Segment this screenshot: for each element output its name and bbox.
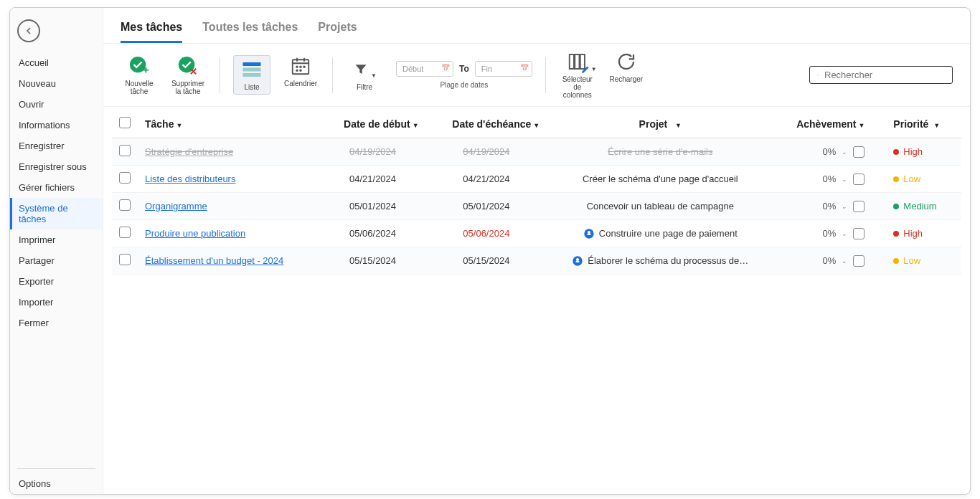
priority-cell: Medium bbox=[879, 201, 954, 212]
sidebar-item-12[interactable]: Fermer bbox=[10, 313, 103, 333]
completion-cell[interactable]: 0%⌄ bbox=[781, 174, 864, 185]
sidebar-item-2[interactable]: Ouvrir bbox=[10, 94, 103, 115]
sidebar-item-7[interactable]: Système de tâches bbox=[10, 198, 103, 229]
start-date: 04/19/2024 bbox=[320, 138, 426, 166]
reload-button[interactable]: Recharger bbox=[608, 51, 645, 83]
due-date: 05/01/2024 bbox=[426, 193, 547, 220]
start-date: 04/21/2024 bbox=[320, 166, 426, 193]
row-checkbox[interactable] bbox=[119, 254, 131, 265]
sidebar-item-10[interactable]: Exporter bbox=[10, 271, 103, 292]
calendar-view-button[interactable]: Calendrier bbox=[282, 55, 319, 87]
col-priority[interactable]: Priorité ▼ bbox=[872, 107, 961, 138]
sidebar-item-0[interactable]: Accueil bbox=[10, 52, 103, 73]
task-link[interactable]: Établissement d'un budget - 2024 bbox=[145, 255, 283, 266]
due-date: 04/19/2024 bbox=[426, 138, 547, 166]
project-cell: Construire une page de paiement bbox=[554, 228, 766, 239]
column-selector-button[interactable]: ▼ Sélecteur de colonnes bbox=[559, 51, 596, 99]
chevron-down-icon[interactable]: ⌄ bbox=[842, 176, 847, 183]
table-row: Produire une publication05/06/202405/06/… bbox=[112, 220, 961, 247]
list-view-button[interactable]: Liste bbox=[233, 55, 270, 95]
svg-point-6 bbox=[296, 66, 298, 67]
main-area: Mes tâchesToutes les tâchesProjets Nouve… bbox=[103, 8, 970, 494]
col-due[interactable]: Date d'échéance▼ bbox=[426, 107, 547, 138]
priority-cell: Low bbox=[879, 174, 954, 184]
sidebar-item-3[interactable]: Informations bbox=[10, 115, 103, 136]
check-plus-icon bbox=[128, 55, 150, 77]
chevron-down-icon[interactable]: ⌄ bbox=[842, 257, 847, 265]
new-task-label: Nouvelle tâche bbox=[126, 80, 154, 95]
list-view-label: Liste bbox=[244, 83, 259, 91]
date-range-label: Plage de dates bbox=[440, 81, 489, 89]
project-cell: Écrire une série d'e-mails bbox=[554, 146, 766, 157]
priority-dot-icon bbox=[893, 149, 899, 155]
table-row: Organigramme05/01/202405/01/2024Concevoi… bbox=[112, 193, 961, 220]
filter-button[interactable]: ▼ Filtre bbox=[346, 59, 383, 91]
task-link[interactable]: Produire une publication bbox=[145, 228, 245, 239]
filter-label: Filtre bbox=[357, 83, 372, 91]
completion-checkbox[interactable] bbox=[853, 146, 864, 158]
completion-cell[interactable]: 0%⌄ bbox=[781, 146, 864, 158]
svg-rect-11 bbox=[570, 54, 574, 69]
start-date: 05/15/2024 bbox=[320, 247, 426, 275]
row-checkbox[interactable] bbox=[119, 227, 131, 238]
row-checkbox[interactable] bbox=[119, 199, 131, 211]
svg-point-18 bbox=[576, 258, 579, 261]
app-window: AccueilNouveauOuvrirInformationsEnregist… bbox=[9, 7, 971, 495]
sidebar-item-4[interactable]: Enregistrer bbox=[10, 136, 103, 156]
sidebar-item-6[interactable]: Gérer fichiers bbox=[10, 177, 103, 198]
calendar-view-label: Calendrier bbox=[284, 80, 317, 87]
back-button[interactable] bbox=[17, 19, 40, 42]
svg-point-14 bbox=[817, 75, 818, 75]
task-table-wrap: Tâche▼ Date de début▼ Date d'échéance▼ P… bbox=[103, 107, 970, 494]
priority-dot-icon bbox=[893, 258, 899, 264]
completion-checkbox[interactable] bbox=[853, 201, 864, 212]
table-row: Établissement d'un budget - 202405/15/20… bbox=[112, 247, 961, 275]
sidebar-item-11[interactable]: Importer bbox=[10, 292, 103, 313]
table-row: Liste des distributeurs04/21/202404/21/2… bbox=[112, 166, 961, 193]
task-link[interactable]: Organigramme bbox=[145, 201, 207, 212]
completion-checkbox[interactable] bbox=[853, 228, 864, 239]
search-input[interactable] bbox=[824, 70, 945, 80]
task-table: Tâche▼ Date de début▼ Date d'échéance▼ P… bbox=[112, 107, 961, 275]
reload-icon bbox=[616, 51, 637, 72]
completion-checkbox[interactable] bbox=[853, 255, 864, 267]
row-checkbox[interactable] bbox=[119, 145, 131, 156]
date-start-input[interactable]: Début bbox=[396, 61, 453, 77]
delete-task-button[interactable]: Supprimer la tâche bbox=[169, 55, 207, 95]
svg-point-7 bbox=[300, 66, 301, 67]
task-link[interactable]: Liste des distributeurs bbox=[145, 174, 235, 184]
toolbar: Nouvelle tâche Supprimer la tâche Liste bbox=[103, 44, 970, 107]
svg-point-10 bbox=[300, 70, 301, 71]
project-cell: Concevoir un tableau de campagne bbox=[554, 201, 766, 212]
row-checkbox[interactable] bbox=[119, 172, 131, 184]
svg-rect-3 bbox=[243, 68, 261, 72]
reload-label: Recharger bbox=[609, 75, 643, 83]
chevron-down-icon[interactable]: ⌄ bbox=[842, 230, 847, 237]
tab-2[interactable]: Projets bbox=[318, 21, 357, 43]
col-project[interactable]: Projet ▼ bbox=[547, 107, 773, 138]
col-task[interactable]: Tâche▼ bbox=[138, 107, 320, 138]
sidebar-item-5[interactable]: Enregistrer sous bbox=[10, 156, 103, 177]
tab-1[interactable]: Toutes les tâches bbox=[202, 21, 298, 43]
col-completion[interactable]: Achèvement▼ bbox=[773, 107, 872, 138]
completion-checkbox[interactable] bbox=[853, 174, 864, 185]
completion-cell[interactable]: 0%⌄ bbox=[781, 201, 864, 212]
search-box[interactable] bbox=[809, 66, 953, 84]
completion-cell[interactable]: 0%⌄ bbox=[781, 255, 864, 267]
chevron-down-icon[interactable]: ⌄ bbox=[842, 148, 847, 156]
sidebar-item-8[interactable]: Imprimer bbox=[10, 229, 103, 250]
sidebar-item-1[interactable]: Nouveau bbox=[10, 73, 103, 94]
sidebar-item-9[interactable]: Partager bbox=[10, 250, 103, 271]
date-end-input[interactable]: Fin bbox=[475, 61, 532, 77]
chevron-down-icon[interactable]: ⌄ bbox=[842, 203, 847, 210]
task-link[interactable]: Stratégie d'entreprise bbox=[145, 146, 233, 157]
new-task-button[interactable]: Nouvelle tâche bbox=[121, 55, 158, 95]
sidebar-options[interactable]: Options bbox=[10, 473, 103, 494]
priority-cell: Low bbox=[879, 255, 954, 266]
col-start[interactable]: Date de début▼ bbox=[320, 107, 426, 138]
tab-0[interactable]: Mes tâches bbox=[121, 21, 182, 43]
select-all-checkbox[interactable] bbox=[119, 117, 131, 128]
start-date: 05/01/2024 bbox=[320, 193, 426, 220]
project-cell: Créer le schéma d'une page d'accueil bbox=[554, 174, 766, 184]
completion-cell[interactable]: 0%⌄ bbox=[781, 228, 864, 239]
